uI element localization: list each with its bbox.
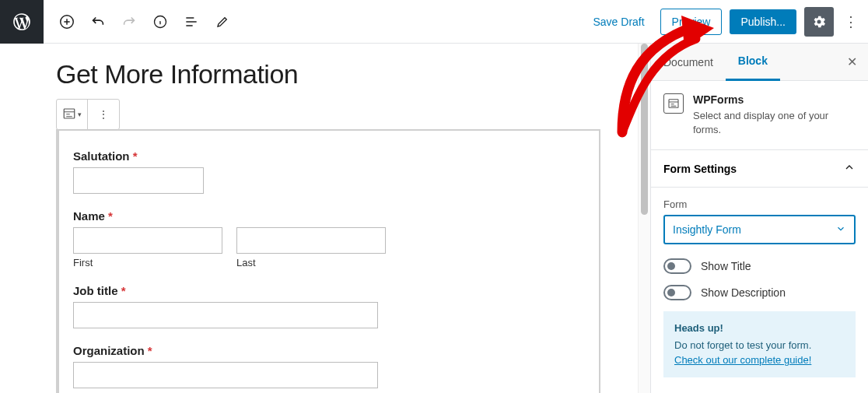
block-description-text: Select and display one of your forms. (693, 109, 856, 137)
chevron-down-icon: ▾ (78, 111, 82, 118)
tab-block[interactable]: Block (726, 44, 780, 81)
form-block[interactable]: Salutation * Name * First Last Jo (56, 129, 600, 393)
toggle-show-title: Show Title (663, 258, 856, 274)
field-label: Salutation * (73, 149, 585, 163)
salutation-input[interactable] (73, 167, 204, 194)
form-icon (62, 107, 76, 123)
wpforms-icon (663, 93, 684, 114)
sublabel-last: Last (236, 257, 386, 268)
field-label: Job title * (73, 284, 585, 297)
last-name-input[interactable] (236, 227, 386, 254)
scrollbar-track[interactable] (638, 44, 650, 393)
panel-body: Form Insightly Form Show Title Show Desc… (651, 188, 868, 393)
info-button[interactable] (146, 8, 174, 36)
form-select-value: Insightly Form (673, 223, 741, 236)
toggle-label: Show Description (701, 286, 786, 299)
job-title-input[interactable] (73, 302, 378, 328)
field-salutation: Salutation * (73, 149, 585, 194)
settings-sidebar: Document Block ✕ WPForms Select and disp… (650, 44, 868, 393)
panel-title: Form Settings (663, 163, 737, 175)
sidebar-tabs: Document Block ✕ (651, 44, 868, 81)
scrollbar-thumb[interactable] (641, 44, 648, 215)
field-name: Name * First Last (73, 209, 585, 268)
publish-button[interactable]: Publish... (730, 9, 796, 34)
more-options-button[interactable]: ⋮ (842, 7, 860, 37)
toggle-label: Show Title (701, 260, 751, 272)
field-organization: Organization * (73, 344, 585, 388)
notice-body: Do not forget to test your form. (674, 339, 811, 351)
block-name: WPForms (693, 93, 856, 106)
block-more-button[interactable]: ⋮ (88, 100, 119, 129)
field-job-title: Job title * (73, 284, 585, 328)
block-type-icon[interactable]: ▾ (57, 100, 88, 129)
form-select[interactable]: Insightly Form (663, 215, 856, 244)
settings-button[interactable] (804, 7, 834, 37)
toolbar-left (44, 8, 236, 36)
panel-form-settings[interactable]: Form Settings (651, 149, 868, 188)
editor-canvas: Get More Information ▾ ⋮ Salutation * Na… (0, 44, 638, 393)
toggle-show-description-switch[interactable] (663, 285, 691, 300)
outline-button[interactable] (177, 8, 205, 36)
edit-button[interactable] (208, 8, 236, 36)
block-description: WPForms Select and display one of your f… (651, 81, 868, 149)
field-label: Name * (73, 209, 585, 223)
form-select-label: Form (663, 198, 856, 210)
save-draft-button[interactable]: Save Draft (585, 11, 652, 33)
preview-button[interactable]: Preview (660, 9, 723, 35)
chevron-up-icon (843, 161, 856, 176)
tab-document[interactable]: Document (651, 44, 726, 81)
workspace: Get More Information ▾ ⋮ Salutation * Na… (0, 44, 868, 393)
sublabel-first: First (73, 257, 222, 268)
undo-button[interactable] (84, 8, 112, 36)
add-block-button[interactable] (53, 8, 81, 36)
notice-link[interactable]: Check out our complete guide! (674, 354, 811, 366)
toolbar-right: Save Draft Preview Publish... ⋮ (585, 7, 868, 37)
first-name-input[interactable] (73, 227, 222, 254)
notice-heading: Heads up! (674, 321, 845, 336)
page-title[interactable]: Get More Information (56, 59, 604, 89)
block-toolbar: ▾ ⋮ (56, 99, 120, 130)
toggle-show-title-switch[interactable] (663, 258, 691, 274)
redo-button[interactable] (115, 8, 143, 36)
organization-input[interactable] (73, 362, 378, 388)
wordpress-logo[interactable] (0, 0, 44, 44)
close-sidebar-button[interactable]: ✕ (836, 54, 868, 69)
notice-box: Heads up! Do not forget to test your for… (663, 311, 856, 377)
field-label: Organization * (73, 344, 585, 357)
toggle-show-description: Show Description (663, 285, 856, 300)
editor-topbar: Save Draft Preview Publish... ⋮ (0, 0, 868, 44)
chevron-down-icon (835, 223, 846, 237)
